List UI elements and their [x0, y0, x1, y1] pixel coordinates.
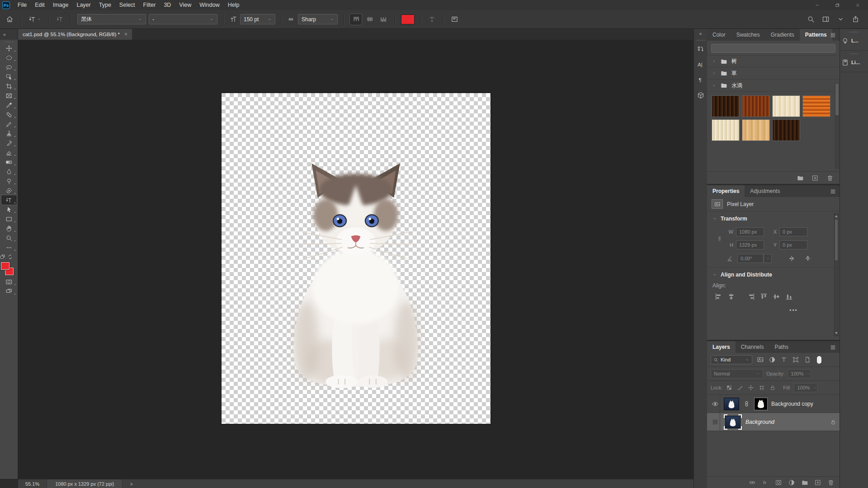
workspace-button[interactable] — [821, 14, 831, 24]
hand-tool[interactable] — [1, 224, 17, 233]
dock-grip[interactable] — [697, 40, 705, 41]
menu-item[interactable]: 3D — [160, 2, 175, 8]
align-bottom-edges-button[interactable] — [784, 291, 794, 302]
pattern-red-mahogany[interactable] — [742, 95, 770, 117]
font-family-select[interactable]: 黑体 — [77, 14, 146, 24]
eraser-tool[interactable] — [1, 148, 17, 157]
panel-tab[interactable]: Channels — [736, 341, 769, 353]
libraries-panel-button[interactable]: Li... — [841, 55, 867, 70]
align-vertical-centers-button[interactable] — [771, 291, 782, 302]
align-text-center-button[interactable] — [363, 14, 375, 25]
toolbar-collapse-button[interactable]: » — [0, 29, 18, 40]
dodge-tool[interactable] — [1, 176, 17, 186]
panel-menu-icon[interactable] — [826, 341, 840, 353]
menu-item[interactable]: Edit — [31, 2, 49, 8]
learn-panel-button[interactable]: L... — [841, 33, 867, 48]
document-tab[interactable]: cat1.psd @ 55.1% (Background, RGB/8) * × — [18, 29, 132, 40]
menu-item[interactable]: Help — [224, 2, 244, 8]
visibility-toggle-empty[interactable] — [712, 419, 718, 425]
dock-collapse-button[interactable]: « — [699, 29, 702, 38]
filter-smart-objects-button[interactable] — [803, 356, 811, 364]
share-button[interactable] — [850, 14, 861, 24]
document-canvas[interactable] — [222, 93, 491, 424]
document-info[interactable]: 1080 px x 1329 px (72 ppi) — [47, 479, 123, 488]
pattern-folder-row[interactable]: 树 — [707, 55, 840, 67]
font-size-select[interactable]: 150 pt — [240, 14, 275, 24]
lock-transparent-pixels-button[interactable] — [726, 384, 733, 391]
menu-item[interactable]: Type — [95, 2, 115, 8]
zoom-level-field[interactable]: 55.1% — [18, 481, 47, 487]
status-chevron-icon[interactable]: > — [130, 481, 132, 487]
layer-name[interactable]: Background — [745, 419, 774, 425]
flip-vertical-icon[interactable] — [804, 255, 811, 262]
clone-stamp-tool[interactable] — [1, 129, 17, 138]
warp-text-button[interactable] — [427, 14, 437, 24]
mask-link-icon[interactable] — [743, 400, 750, 408]
elliptical-marquee-tool[interactable] — [1, 53, 17, 62]
panel-tab[interactable]: Color — [707, 29, 731, 41]
more-options-icon[interactable]: ••• — [712, 307, 834, 314]
menu-item[interactable]: Image — [49, 2, 73, 8]
chevron-down-icon[interactable] — [712, 272, 717, 277]
workspace-chevron-button[interactable] — [835, 14, 846, 24]
layer-row-background-copy[interactable]: Background copy — [707, 395, 840, 413]
anti-alias-select[interactable]: Sharp — [298, 14, 338, 24]
tool-preset-button[interactable] — [27, 14, 42, 24]
panel-tab[interactable]: Swatches — [731, 29, 765, 41]
search-button[interactable] — [806, 14, 816, 24]
eyedropper-tool[interactable] — [1, 100, 17, 110]
filter-toggle-switch[interactable] — [817, 356, 821, 364]
new-group-button[interactable] — [801, 479, 808, 486]
frame-tool[interactable] — [1, 91, 17, 100]
panel-tab[interactable]: Gradients — [765, 29, 800, 41]
align-right-edges-button[interactable] — [746, 291, 756, 302]
link-dimensions-icon[interactable] — [716, 234, 723, 243]
pattern-light-birch[interactable] — [772, 95, 800, 117]
pattern-pale-pine[interactable] — [712, 119, 740, 141]
menu-item[interactable]: Select — [115, 2, 139, 8]
move-tool[interactable] — [1, 43, 17, 53]
character-panel-button[interactable] — [695, 59, 707, 70]
blur-tool[interactable] — [1, 167, 17, 176]
align-text-bottom-button[interactable] — [377, 14, 389, 25]
new-layer-button[interactable] — [814, 479, 821, 486]
object-selection-tool[interactable] — [1, 72, 17, 81]
panel-menu-icon[interactable] — [826, 185, 840, 197]
history-brush-tool[interactable] — [1, 138, 17, 148]
delete-pattern-button[interactable] — [826, 174, 834, 182]
visibility-eye-icon[interactable] — [712, 400, 719, 408]
properties-scrollbar[interactable] — [834, 213, 839, 336]
width-field[interactable]: 1080 px — [736, 227, 764, 236]
zoom-tool[interactable] — [1, 233, 17, 243]
pattern-dark-walnut-2[interactable] — [772, 119, 800, 141]
link-layers-button[interactable] — [749, 479, 756, 486]
angle-dropdown-icon[interactable] — [764, 254, 772, 263]
close-button[interactable] — [848, 0, 868, 10]
close-document-icon[interactable]: × — [124, 31, 127, 38]
fill-field[interactable]: 100% — [794, 383, 817, 392]
toolbar-grip[interactable] — [5, 42, 13, 42]
filter-type-layers-button[interactable] — [780, 356, 788, 364]
align-text-top-button[interactable] — [350, 14, 362, 25]
filter-pixel-layers-button[interactable] — [756, 356, 764, 364]
opacity-field[interactable]: 100% — [788, 369, 811, 378]
pattern-folder-row[interactable]: 草 — [707, 67, 840, 80]
panel-tab[interactable]: Layers — [707, 341, 736, 353]
menu-item[interactable]: Window — [195, 2, 223, 8]
toggle-text-orientation-button[interactable] — [55, 14, 65, 24]
swap-colors-icon[interactable] — [7, 254, 13, 260]
pattern-light-oak[interactable] — [742, 119, 770, 141]
layer-lock-icon[interactable] — [830, 419, 836, 425]
y-field[interactable]: 0 px — [779, 240, 807, 249]
panel-tab[interactable]: Properties — [707, 185, 745, 197]
canvas-area[interactable] — [18, 40, 693, 479]
align-horizontal-centers-button[interactable] — [726, 291, 736, 302]
spot-healing-brush-tool[interactable] — [1, 110, 17, 119]
lock-artboard-button[interactable] — [758, 384, 765, 391]
layer-thumbnail[interactable] — [724, 398, 739, 410]
layer-row-background[interactable]: Background — [707, 413, 840, 431]
lock-all-button[interactable] — [769, 384, 776, 391]
menu-item[interactable]: Layer — [72, 2, 94, 8]
gradient-tool[interactable] — [1, 157, 17, 167]
layer-filter-select[interactable]: Kind — [711, 355, 752, 364]
